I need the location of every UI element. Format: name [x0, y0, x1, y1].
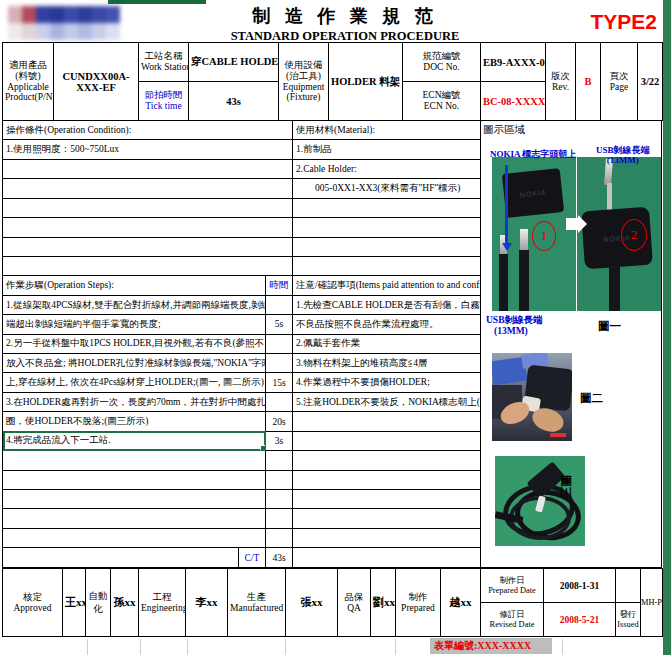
material-item: 2.Cable Holder:	[293, 159, 481, 178]
issuing-dept: MH-PE	[641, 569, 663, 637]
equipment-value: HOLDER 料架	[329, 43, 403, 121]
photo-figure3-coiled-cable	[495, 456, 585, 546]
material-item	[293, 256, 481, 275]
prepared-signature: 越xx	[441, 569, 481, 637]
operation-condition-title: 操作條件(Operation Condition):	[3, 121, 293, 140]
approved-signature: 王xx	[63, 569, 86, 637]
manufactured-label: 生產 Manufactured	[228, 569, 286, 637]
condition-item	[3, 198, 293, 217]
applicable-product-value: CUNDXX00A-XXX-EF	[54, 43, 139, 121]
material-item	[293, 218, 481, 237]
ecn-no-value: BC-08-XXXXXX1	[481, 82, 546, 121]
sheet-right-green-edge	[663, 0, 671, 655]
material-item: 1.前制品	[293, 140, 481, 159]
body-table: 操作條件(Operation Condition): 使用材料(Material…	[2, 120, 481, 568]
automation-signature: 孫xx	[111, 569, 139, 637]
note-line: 2.佩戴手套作業	[293, 334, 481, 353]
annotation-nokia-orientation: NOKIA 標志字頭朝上	[490, 149, 576, 160]
engineering-signature: 李xx	[186, 569, 228, 637]
prepared-date-label: 制作日 Prepared Date	[481, 569, 544, 603]
approval-table: 核定 Approved 王xx 自動化 孫xx 工程 Engineering 李…	[2, 568, 663, 637]
revised-date-label: 修訂日 Revised Date	[481, 603, 544, 637]
sop-document: 制 造 作 業 規 范 STANDARD OPERATION PROCEDURE…	[0, 0, 671, 655]
callout-circle-1: 1	[532, 221, 556, 251]
note-line: 1.先檢查CABLE HOLDER是否有刮傷，白霧等不良	[293, 295, 481, 314]
approved-label: 核定 Approved	[3, 569, 63, 637]
photo-timestamp-mark	[550, 433, 566, 437]
ct-row-empty	[3, 548, 239, 568]
note-line: 不良品按照不良品作業流程處理。	[293, 315, 481, 334]
cable-shape	[519, 250, 529, 311]
qa-label: 品保 QA	[338, 569, 371, 637]
ecn-no-label: ECN編號 ECN No.	[403, 82, 481, 121]
selection-fill-handle[interactable]	[260, 445, 266, 451]
material-item	[293, 237, 481, 256]
form-number: 表單編號:XXX-XXXX	[430, 638, 552, 654]
engineering-label: 工程 Engineering	[139, 569, 186, 637]
prepared-label: 制作 Prepared	[396, 569, 441, 637]
work-station-value: 穿CABLE HOLDER	[189, 43, 279, 82]
automation-label: 自動化	[86, 569, 111, 637]
applicable-product-label: 適用產品 (料號) Applicable Product(P/N)	[3, 43, 54, 121]
caption-figure2: 圖二	[580, 391, 603, 406]
annotation-usb-strip-top: USB剝線長端 (13MM)	[596, 145, 650, 166]
issued-spacer	[616, 569, 641, 603]
material-item: 005-0XX1-XX3(來料需有"HF"標示)	[293, 179, 481, 198]
blue-down-arrow-icon	[502, 165, 512, 253]
note-line	[293, 412, 481, 431]
notes-title: 注意/確認事項(Items paid attention to and conf…	[293, 276, 481, 295]
tick-time-value: 43s	[189, 82, 279, 121]
note-line: 3.物料在料架上的堆積高度≦4層	[293, 354, 481, 373]
step-line: 上,穿在線材上, 依次在4Pcs線材穿上HOLDER;(圖一, 圖二所示)	[3, 373, 266, 392]
bottom-strip: 表單編號:XXX-XXXX	[2, 637, 662, 655]
qa-signature: 劉xx	[371, 569, 396, 637]
ct-label: C/T	[239, 548, 266, 568]
company-logo	[8, 6, 120, 40]
condition-item	[3, 256, 293, 275]
material-title: 使用材料(Material):	[293, 121, 481, 140]
title-chinese: 制 造 作 業 規 范	[205, 4, 485, 28]
revised-date-value: 2008-5-21	[544, 603, 616, 637]
tick-time-label: 節拍時間 Tick time	[139, 82, 189, 121]
step-line	[3, 490, 266, 509]
caption-figure3: 圖三	[558, 475, 573, 498]
note-line: 4.作業過程中不要損傷HOLDER;	[293, 373, 481, 392]
page-label: 頁次 Page	[601, 43, 638, 121]
step-line	[3, 451, 266, 470]
step-line	[3, 470, 266, 489]
caption-figure1: 圖一	[598, 319, 621, 334]
condition-item	[3, 237, 293, 256]
doc-no-value: EB9-AXXX-001	[481, 43, 546, 82]
header-table: 適用產品 (料號) Applicable Product(P/N) CUNDXX…	[2, 42, 663, 121]
condition-item	[3, 159, 293, 178]
operation-steps-title: 作業步驟(Operation Steps):	[3, 276, 266, 295]
manufactured-signature: 張xx	[286, 569, 338, 637]
condition-item	[3, 218, 293, 237]
doc-no-label: 規范編號 DOC No.	[403, 43, 481, 82]
time-column-header: 時間	[266, 276, 293, 295]
cable-shape	[499, 254, 508, 311]
step-line-selected-cell[interactable]: 4.將完成品流入下一工站.	[3, 431, 266, 450]
note-line	[293, 431, 481, 450]
equipment-label: 使用設備 (治工具) Equipment (Fixture)	[279, 43, 329, 121]
issued-label: 發行 Issued	[616, 603, 641, 637]
photo-figure1-holders: NOKIA 1 NOKIA 2	[492, 157, 661, 311]
step-line: 端超出剝線短端約半個手掌寬的長度;	[3, 315, 266, 334]
rev-label: 版次 Rev.	[546, 43, 576, 121]
diagram-area: 圖示區域 NOKIA 標志字頭朝上 USB剝線長端 (13MM) NOKIA 1…	[480, 120, 662, 568]
diagram-area-label: 圖示區域	[483, 123, 525, 137]
step-line: 3.在HOLDER處再對折一次，長度約70mm，并在對折中間處扎上橡皮	[3, 392, 266, 411]
photo-figure1-left: NOKIA 1	[492, 157, 576, 311]
type-badge: TYPE2	[590, 10, 657, 34]
material-item	[293, 198, 481, 217]
cable-shape	[609, 265, 620, 311]
condition-item	[3, 179, 293, 198]
annotation-usb-strip-left: USB剝線長端 (13MM)	[486, 315, 542, 337]
white-right-arrow-icon	[566, 215, 590, 235]
step-line: 1.從線架取4PCS線材,雙手配合對折線材,并調節兩線端長度,剝線長	[3, 295, 266, 314]
condition-item: 1.使用照明度：500~750Lux	[3, 140, 293, 159]
sheet-top-green-edge	[108, 0, 206, 4]
step-line: 2.另一手從料盤中取1PCS HOLDER,目視外觀,若有不良(參照不良看板)	[3, 334, 266, 353]
note-line: 5.注意HOLDER不要裝反，NOKIA標志朝上(圖一)。	[293, 392, 481, 411]
page-value: 3/22	[638, 43, 663, 121]
